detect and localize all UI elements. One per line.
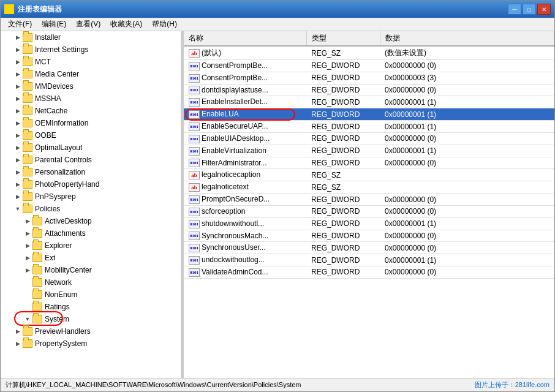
tree-item-explorer[interactable]: ▶ Explorer [1, 239, 181, 252]
menu-view[interactable]: 查看(V) [71, 18, 105, 31]
cell-data: 0x00000000 (0) [380, 242, 554, 254]
tree-item-media-center[interactable]: ▶ Media Center [1, 68, 181, 80]
tree-item-ratings[interactable]: ▶ Ratings [1, 301, 181, 313]
folder-icon [23, 168, 32, 176]
value-name: ValidateAdminCod... [202, 268, 268, 276]
tree-item-optimallayout[interactable]: ▶ OptimalLayout [1, 141, 181, 154]
tree-item-internet-settings[interactable]: ▶ Internet Settings [1, 43, 181, 56]
tree-item-personalization[interactable]: ▶ Personalization [1, 166, 181, 178]
cell-data: 0x00000000 (0) [380, 84, 554, 96]
cell-name: ablegalnoticecaption [184, 169, 306, 181]
tree-label: MobilityCenter [45, 266, 92, 274]
table-row[interactable]: 0101ConsentPromptBe...REG_DWORD0x0000000… [184, 60, 554, 72]
cell-type: REG_DWORD [306, 194, 380, 206]
value-name: EnableSecureUAP... [202, 122, 268, 130]
main-content: ▶ Installer ▶ Internet Settings ▶ MCT ▶ … [1, 31, 554, 378]
table-row[interactable]: 0101ConsentPromptBe...REG_DWORD0x0000000… [184, 72, 554, 84]
expand-icon: ▶ [23, 228, 32, 238]
tree-item-previewhandlers[interactable]: ▶ PreviewHandlers [1, 325, 181, 337]
close-button[interactable]: ✕ [537, 4, 551, 15]
cell-data: 0x00000000 (0) [380, 132, 554, 145]
table-row[interactable]: 0101SynchronousMach...REG_DWORD0x0000000… [184, 230, 554, 242]
tree-item-netcache[interactable]: ▶ NetCache [1, 105, 181, 117]
values-panel[interactable]: 名称 类型 数据 ab(默认)REG_SZ(数值未设置)0101ConsentP… [184, 31, 554, 378]
reg-dword-icon: 0101 [189, 110, 200, 119]
table-row[interactable]: 0101EnableLUAREG_DWORD0x00000001 (1) [184, 108, 554, 121]
table-row[interactable]: 0101SynchronousUser...REG_DWORD0x0000000… [184, 242, 554, 254]
table-row[interactable]: ab(默认)REG_SZ(数值未设置) [184, 46, 554, 60]
table-row[interactable]: ablegalnoticecaptionREG_SZ [184, 169, 554, 181]
tree-item-mmdevices[interactable]: ▶ MMDevices [1, 80, 181, 92]
table-row[interactable]: ablegalnoticetextREG_SZ [184, 181, 554, 194]
menu-favorites[interactable]: 收藏夹(A) [105, 18, 147, 31]
table-row[interactable]: 0101PromptOnSecureD...REG_DWORD0x0000000… [184, 194, 554, 206]
tree-label: Policies [35, 205, 60, 213]
reg-dword-icon: 0101 [189, 159, 200, 167]
tree-item-mssha[interactable]: ▶ MSSHA [1, 92, 181, 105]
cell-data: 0x00000001 (1) [380, 108, 554, 121]
tree-panel[interactable]: ▶ Installer ▶ Internet Settings ▶ MCT ▶ … [1, 31, 181, 378]
status-bar: 计算机\HKEY_LOCAL_MACHINE\SOFTWARE\Microsof… [1, 378, 554, 391]
folder-icon [23, 180, 32, 189]
value-name: (默认) [202, 48, 221, 57]
tree-item-parental-controls[interactable]: ▶ Parental Controls [1, 154, 181, 166]
tree-item-photoproperty[interactable]: ▶ PhotoPropertyHand [1, 178, 181, 190]
tree-item-activedesktop[interactable]: ▶ ActiveDesktop [1, 215, 181, 227]
table-row[interactable]: 0101ValidateAdminCod...REG_DWORD0x000000… [184, 266, 554, 279]
tree-item-system[interactable]: ▼ System [1, 313, 181, 325]
window: 注册表编辑器 ─ □ ✕ 文件(F) 编辑(E) 查看(V) 收藏夹(A) 帮助… [0, 0, 555, 392]
table-row[interactable]: 0101scforceoptionREG_DWORD0x00000000 (0) [184, 205, 554, 217]
cell-type: REG_DWORD [306, 266, 380, 279]
folder-icon [23, 107, 32, 115]
cell-type: REG_SZ [306, 181, 380, 194]
expand-icon: ▶ [13, 45, 23, 55]
table-row[interactable]: 0101EnableInstallerDet...REG_DWORD0x0000… [184, 96, 554, 108]
folder-icon [32, 254, 42, 262]
tree-item-oeminformation[interactable]: ▶ OEMInformation [1, 117, 181, 129]
cell-type: REG_DWORD [306, 84, 380, 96]
reg-sz-icon: ab [189, 171, 200, 179]
folder-icon [23, 143, 32, 152]
table-row[interactable]: 0101EnableUIADesktop...REG_DWORD0x000000… [184, 132, 554, 145]
menu-file[interactable]: 文件(F) [3, 18, 37, 31]
cell-name: 0101EnableInstallerDet... [184, 96, 306, 108]
tree-item-pnpsysprep[interactable]: ▶ PnPSysprep [1, 190, 181, 203]
value-name: shutdownwithoutl... [202, 219, 264, 228]
tree-item-ext[interactable]: ▶ Ext [1, 252, 181, 264]
table-row[interactable]: 0101dontdisplaylastuse...REG_DWORD0x0000… [184, 84, 554, 96]
window-title: 注册表编辑器 [18, 4, 62, 15]
folder-icon [23, 82, 32, 91]
cell-data: 0x00000000 (0) [380, 266, 554, 279]
menu-help[interactable]: 帮助(H) [147, 18, 182, 31]
table-row[interactable]: 0101EnableSecureUAP...REG_DWORD0x0000000… [184, 121, 554, 133]
cell-name: 0101shutdownwithoutl... [184, 217, 306, 230]
value-name: EnableLUA [202, 110, 239, 118]
menu-edit[interactable]: 编辑(E) [37, 18, 71, 31]
tree-item-oobe[interactable]: ▶ OOBE [1, 129, 181, 141]
table-row[interactable]: 0101EnableVirtualizationREG_DWORD0x00000… [184, 145, 554, 157]
minimize-button[interactable]: ─ [508, 4, 521, 15]
tree-item-mobilitycenter[interactable]: ▶ MobilityCenter [1, 264, 181, 276]
expand-icon: ▶ [13, 94, 23, 104]
tree-item-mct[interactable]: ▶ MCT [1, 56, 181, 68]
folder-icon [23, 58, 32, 66]
tree-item-installer[interactable]: ▶ Installer [1, 31, 181, 43]
cell-type: REG_DWORD [306, 121, 380, 133]
tree-item-policies[interactable]: ▼ Policies [1, 203, 181, 215]
cell-name: 0101ConsentPromptBe... [184, 60, 306, 72]
tree-item-nonenum[interactable]: ▶ NonEnum [1, 288, 181, 301]
tree-item-propertysystem[interactable]: ▶ PropertySystem [1, 337, 181, 350]
folder-icon [23, 94, 32, 103]
tree-label: MMDevices [35, 82, 74, 91]
cell-data: 0x00000001 (1) [380, 254, 554, 266]
cell-name: ablegalnoticetext [184, 181, 306, 194]
maximize-button[interactable]: □ [523, 4, 536, 15]
cell-name: 0101EnableLUA [184, 108, 306, 121]
table-row[interactable]: 0101FilterAdministrator...REG_DWORD0x000… [184, 157, 554, 169]
tree-item-network[interactable]: ▶ Network [1, 276, 181, 288]
table-row[interactable]: 0101shutdownwithoutl...REG_DWORD0x000000… [184, 217, 554, 230]
cell-type: REG_DWORD [306, 132, 380, 145]
tree-item-attachments[interactable]: ▶ Attachments [1, 227, 181, 239]
table-row[interactable]: 0101undockwithoutlog...REG_DWORD0x000000… [184, 254, 554, 266]
folder-icon [32, 241, 42, 250]
